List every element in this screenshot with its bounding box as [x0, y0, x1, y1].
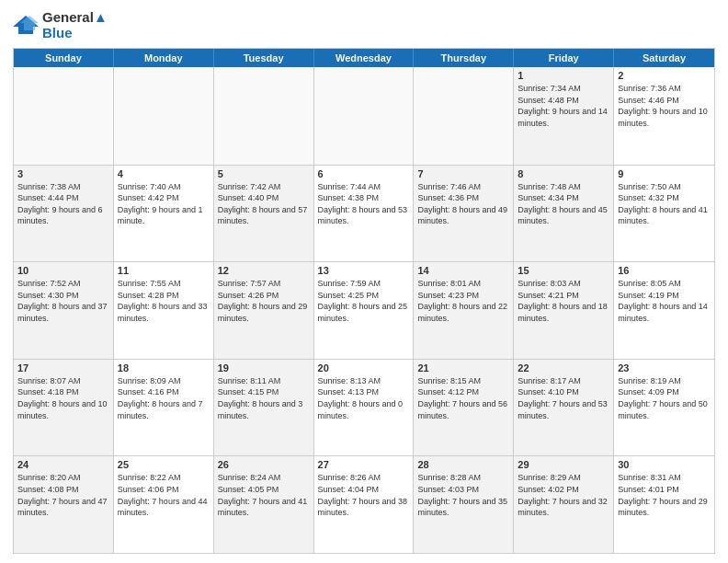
day-info: Sunrise: 8:05 AM Sunset: 4:19 PM Dayligh… [618, 278, 711, 324]
day-number: 28 [417, 459, 509, 470]
calendar-row-3: 10Sunrise: 7:52 AM Sunset: 4:30 PM Dayli… [14, 261, 714, 359]
day-number: 19 [218, 362, 310, 373]
day-number: 25 [118, 459, 210, 470]
calendar-body: 1Sunrise: 7:34 AM Sunset: 4:48 PM Daylig… [14, 67, 714, 553]
calendar-cell: 11Sunrise: 7:55 AM Sunset: 4:28 PM Dayli… [114, 262, 214, 359]
calendar-row-2: 3Sunrise: 7:38 AM Sunset: 4:44 PM Daylig… [14, 165, 714, 262]
calendar-cell: 19Sunrise: 8:11 AM Sunset: 4:15 PM Dayli… [214, 360, 314, 456]
calendar-cell: 9Sunrise: 7:50 AM Sunset: 4:32 PM Daylig… [614, 166, 714, 262]
day-number: 14 [417, 265, 509, 276]
day-number: 17 [17, 362, 109, 373]
calendar-cell: 27Sunrise: 8:26 AM Sunset: 4:04 PM Dayli… [314, 456, 415, 553]
day-info: Sunrise: 8:28 AM Sunset: 4:03 PM Dayligh… [417, 472, 509, 518]
calendar-cell [314, 67, 415, 165]
day-info: Sunrise: 8:15 AM Sunset: 4:12 PM Dayligh… [417, 375, 509, 421]
logo-icon [13, 14, 39, 36]
day-number: 10 [17, 265, 109, 276]
calendar-cell [214, 67, 314, 165]
day-info: Sunrise: 8:01 AM Sunset: 4:23 PM Dayligh… [417, 278, 509, 324]
logo-text: General▲ Blue [42, 9, 108, 40]
calendar-cell: 10Sunrise: 7:52 AM Sunset: 4:30 PM Dayli… [14, 262, 114, 359]
day-info: Sunrise: 7:38 AM Sunset: 4:44 PM Dayligh… [17, 181, 109, 227]
day-number: 11 [118, 265, 210, 276]
day-info: Sunrise: 7:50 AM Sunset: 4:32 PM Dayligh… [618, 181, 711, 227]
day-number: 8 [518, 168, 609, 179]
header-day-thursday: Thursday [414, 49, 514, 67]
day-number: 23 [618, 362, 711, 373]
day-info: Sunrise: 8:03 AM Sunset: 4:21 PM Dayligh… [518, 278, 609, 324]
calendar: SundayMondayTuesdayWednesdayThursdayFrid… [13, 48, 715, 554]
calendar-cell: 29Sunrise: 8:29 AM Sunset: 4:02 PM Dayli… [514, 456, 614, 553]
header-day-tuesday: Tuesday [214, 49, 314, 67]
day-info: Sunrise: 8:09 AM Sunset: 4:16 PM Dayligh… [118, 375, 210, 421]
day-number: 21 [417, 362, 509, 373]
calendar-cell: 28Sunrise: 8:28 AM Sunset: 4:03 PM Dayli… [414, 456, 514, 553]
calendar-cell: 6Sunrise: 7:44 AM Sunset: 4:38 PM Daylig… [314, 166, 415, 262]
day-info: Sunrise: 7:59 AM Sunset: 4:25 PM Dayligh… [318, 278, 410, 324]
calendar-cell: 24Sunrise: 8:20 AM Sunset: 4:08 PM Dayli… [14, 456, 114, 553]
header-day-friday: Friday [514, 49, 614, 67]
day-number: 1 [518, 70, 609, 81]
day-info: Sunrise: 7:34 AM Sunset: 4:48 PM Dayligh… [518, 83, 609, 129]
day-number: 13 [318, 265, 410, 276]
day-number: 7 [417, 168, 509, 179]
header-day-wednesday: Wednesday [314, 49, 415, 67]
day-info: Sunrise: 8:11 AM Sunset: 4:15 PM Dayligh… [218, 375, 310, 421]
calendar-cell: 14Sunrise: 8:01 AM Sunset: 4:23 PM Dayli… [414, 262, 514, 359]
calendar-cell: 12Sunrise: 7:57 AM Sunset: 4:26 PM Dayli… [214, 262, 314, 359]
day-number: 30 [618, 459, 711, 470]
header-day-saturday: Saturday [614, 49, 714, 67]
day-info: Sunrise: 7:57 AM Sunset: 4:26 PM Dayligh… [218, 278, 310, 324]
calendar-cell: 15Sunrise: 8:03 AM Sunset: 4:21 PM Dayli… [514, 262, 614, 359]
day-number: 3 [17, 168, 109, 179]
day-info: Sunrise: 7:40 AM Sunset: 4:42 PM Dayligh… [118, 181, 210, 227]
day-info: Sunrise: 7:52 AM Sunset: 4:30 PM Dayligh… [17, 278, 109, 324]
calendar-cell [414, 67, 514, 165]
day-number: 29 [518, 459, 609, 470]
calendar-cell: 13Sunrise: 7:59 AM Sunset: 4:25 PM Dayli… [314, 262, 415, 359]
calendar-cell: 23Sunrise: 8:19 AM Sunset: 4:09 PM Dayli… [614, 360, 714, 456]
calendar-cell: 25Sunrise: 8:22 AM Sunset: 4:06 PM Dayli… [114, 456, 214, 553]
day-info: Sunrise: 7:46 AM Sunset: 4:36 PM Dayligh… [417, 181, 509, 227]
day-info: Sunrise: 8:26 AM Sunset: 4:04 PM Dayligh… [318, 472, 410, 518]
day-info: Sunrise: 8:20 AM Sunset: 4:08 PM Dayligh… [17, 472, 109, 518]
day-info: Sunrise: 8:31 AM Sunset: 4:01 PM Dayligh… [618, 472, 711, 518]
day-info: Sunrise: 8:17 AM Sunset: 4:10 PM Dayligh… [518, 375, 609, 421]
day-info: Sunrise: 8:24 AM Sunset: 4:05 PM Dayligh… [218, 472, 310, 518]
day-number: 12 [218, 265, 310, 276]
calendar-cell: 8Sunrise: 7:48 AM Sunset: 4:34 PM Daylig… [514, 166, 614, 262]
day-number: 6 [318, 168, 410, 179]
logo: General▲ Blue [13, 9, 108, 40]
calendar-header: SundayMondayTuesdayWednesdayThursdayFrid… [14, 49, 714, 67]
day-info: Sunrise: 8:07 AM Sunset: 4:18 PM Dayligh… [17, 375, 109, 421]
calendar-cell: 17Sunrise: 8:07 AM Sunset: 4:18 PM Dayli… [14, 360, 114, 456]
calendar-cell [114, 67, 214, 165]
page: General▲ Blue SundayMondayTuesdayWednesd… [0, 0, 728, 563]
day-number: 27 [318, 459, 410, 470]
day-number: 20 [318, 362, 410, 373]
calendar-cell: 30Sunrise: 8:31 AM Sunset: 4:01 PM Dayli… [614, 456, 714, 553]
day-info: Sunrise: 7:36 AM Sunset: 4:46 PM Dayligh… [618, 83, 711, 129]
day-number: 15 [518, 265, 609, 276]
calendar-cell: 3Sunrise: 7:38 AM Sunset: 4:44 PM Daylig… [14, 166, 114, 262]
calendar-cell: 22Sunrise: 8:17 AM Sunset: 4:10 PM Dayli… [514, 360, 614, 456]
calendar-cell: 21Sunrise: 8:15 AM Sunset: 4:12 PM Dayli… [414, 360, 514, 456]
calendar-row-5: 24Sunrise: 8:20 AM Sunset: 4:08 PM Dayli… [14, 455, 714, 553]
day-number: 26 [218, 459, 310, 470]
calendar-cell [14, 67, 114, 165]
day-number: 16 [618, 265, 711, 276]
calendar-cell: 26Sunrise: 8:24 AM Sunset: 4:05 PM Dayli… [214, 456, 314, 553]
calendar-row-1: 1Sunrise: 7:34 AM Sunset: 4:48 PM Daylig… [14, 67, 714, 165]
day-number: 4 [118, 168, 210, 179]
calendar-cell: 7Sunrise: 7:46 AM Sunset: 4:36 PM Daylig… [414, 166, 514, 262]
header-day-monday: Monday [114, 49, 214, 67]
day-info: Sunrise: 8:29 AM Sunset: 4:02 PM Dayligh… [518, 472, 609, 518]
day-info: Sunrise: 8:22 AM Sunset: 4:06 PM Dayligh… [118, 472, 210, 518]
calendar-cell: 18Sunrise: 8:09 AM Sunset: 4:16 PM Dayli… [114, 360, 214, 456]
day-info: Sunrise: 7:48 AM Sunset: 4:34 PM Dayligh… [518, 181, 609, 227]
day-number: 24 [17, 459, 109, 470]
day-number: 2 [618, 70, 711, 81]
day-number: 22 [518, 362, 609, 373]
header: General▲ Blue [13, 9, 715, 40]
calendar-cell: 4Sunrise: 7:40 AM Sunset: 4:42 PM Daylig… [114, 166, 214, 262]
